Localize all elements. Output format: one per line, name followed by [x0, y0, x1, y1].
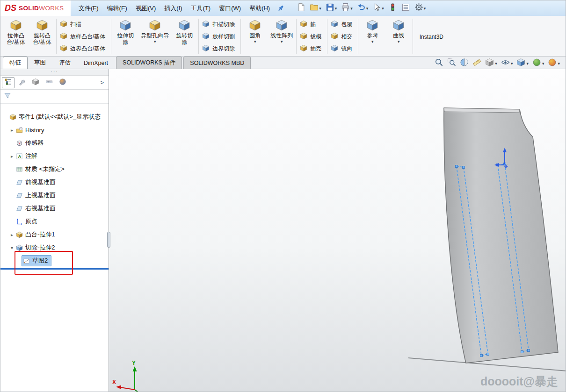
boss-extrude-icon [10, 18, 22, 32]
quicktool-undo[interactable]: ▾ [356, 2, 370, 14]
headsup-scene-button[interactable]: ▾ [548, 58, 560, 69]
tree-item-part-root[interactable]: 零件1 (默认<<默认>_显示状态 [0, 110, 109, 123]
panel-drag-strip[interactable]: ··· [0, 69, 109, 76]
headsup-zoom-area-button[interactable] [447, 58, 456, 69]
panel-tab-feature-manager[interactable] [2, 77, 15, 88]
ribbon-loft-cut-button[interactable]: 放样切割 [200, 31, 239, 43]
display-manager-icon [59, 78, 66, 87]
quicktool-settings[interactable]: ▾ [413, 2, 428, 14]
tree-item-material[interactable]: 材质 <未指定> [0, 163, 109, 176]
titlebar: DS SOLIDWORKS 文件(F)编辑(E)视图(V)插入(I)工具(T)窗… [0, 0, 566, 16]
tree-item-sensors[interactable]: 传感器 [0, 136, 109, 150]
tree-item-annotations[interactable]: ▸A注解 [0, 150, 109, 163]
ribbon-linear-pattern-button[interactable]: 线性阵列▾ [268, 17, 295, 55]
quicktool-save[interactable]: ▾ [324, 2, 339, 14]
ribbon-shell-button[interactable]: 抽壳 [298, 43, 326, 55]
open-icon [310, 3, 319, 14]
tab-dimxpert[interactable]: DimXpert [77, 57, 115, 69]
tree-item-origin[interactable]: 原点 [0, 215, 109, 228]
tree-item-front-plane[interactable]: 前视基准面 [0, 176, 109, 189]
ribbon-group-0: 拉伸凸台/基体旋转凸台/基体 [3, 17, 55, 56]
headsup-section-view-button[interactable] [460, 58, 469, 69]
boss-extrude-feature-icon [16, 231, 23, 238]
ribbon-mirror-button[interactable]: 镜向 [329, 43, 356, 55]
headsup-display-style-button[interactable]: ▾ [485, 58, 497, 69]
property-manager-icon [18, 78, 26, 87]
ribbon-boundary-boss-button[interactable]: 边界凸台/基体 [58, 43, 109, 55]
menu-window[interactable]: 窗口(W) [215, 0, 245, 16]
menu-file[interactable]: 文件(F) [74, 0, 103, 16]
tab-evaluate[interactable]: 评估 [52, 57, 77, 69]
headsup-measure-button[interactable] [472, 58, 481, 69]
feature-manager-icon [5, 78, 12, 87]
history-folder-icon [16, 127, 23, 134]
quicktool-new-file[interactable] [295, 2, 307, 14]
ribbon-draft-button[interactable]: 拔模 [298, 31, 326, 43]
ribbon-reference-geometry-button[interactable]: 参考▾ [360, 17, 385, 55]
tree-item-top-plane[interactable]: 上视基准面 [0, 189, 109, 202]
menu-insert[interactable]: 插入(I) [160, 0, 186, 16]
ribbon-sweep-boss-button[interactable]: 扫描 [58, 19, 86, 30]
tab-sw-addins[interactable]: SOLIDWORKS 插件 [116, 57, 182, 69]
ribbon-revolve-boss-button[interactable]: 旋转凸台/基体 [29, 17, 55, 55]
expand-arrow-icon[interactable]: ▸ [9, 232, 15, 237]
ribbon-group-3: 扫描切除放样切割边界切除 [200, 17, 239, 56]
menu-help[interactable]: 帮助(H) [245, 0, 274, 16]
ribbon-wrap-button[interactable]: 包覆 [329, 19, 356, 30]
quicktool-open[interactable]: ▾ [308, 2, 323, 14]
ribbon-group-separator [296, 19, 297, 54]
headsup-zoom-fit-button[interactable] [435, 58, 443, 69]
pushpin-icon[interactable] [277, 4, 285, 12]
ribbon-cut-extrude-button[interactable]: 拉伸切除 [113, 17, 138, 55]
caret-down-icon: ▾ [382, 6, 384, 11]
graphics-area[interactable]: Y X dooooit@暴走 [109, 69, 566, 392]
expand-arrow-icon[interactable]: ▸ [9, 154, 15, 159]
menu-edit[interactable]: 编辑(E) [103, 0, 131, 16]
ribbon-instant3d-button[interactable]: Instant3D [414, 17, 448, 55]
ribbon-group-5: 筋拔模抽壳 [298, 17, 326, 56]
model-body[interactable] [444, 108, 558, 363]
ribbon-hole-wizard-button[interactable]: 异型孔向导▾ [139, 17, 171, 55]
panel-tab-configuration-manager[interactable] [29, 77, 42, 88]
quicktool-print[interactable]: ▾ [340, 2, 354, 14]
tree-item-history[interactable]: ▸History [0, 123, 109, 136]
tab-features[interactable]: 特征 [3, 57, 28, 69]
ribbon-curves-button[interactable]: 曲线▾ [386, 17, 411, 55]
loft-cut-icon [202, 32, 210, 42]
filter-row[interactable] [0, 90, 109, 104]
quick-access-toolbar: ▾▾▾▾▾▾ [295, 2, 427, 14]
ribbon-loft-boss-button[interactable]: 放样凸台/基体 [58, 31, 109, 43]
tree-item-sketch2[interactable]: 草图2 [0, 254, 109, 267]
ribbon-boundary-cut-button[interactable]: 边界切除 [200, 43, 239, 55]
tab-sw-mbd[interactable]: SOLIDWORKS MBD [183, 57, 251, 69]
tab-sketch[interactable]: 草图 [28, 57, 52, 69]
ribbon-intersect-button[interactable]: 相交 [329, 31, 356, 43]
tree-item-boss-extrude1[interactable]: ▸凸台-拉伸1 [0, 228, 109, 241]
quicktool-rebuild[interactable] [387, 2, 399, 14]
zoom-area-icon [447, 58, 456, 69]
tree-item-right-plane[interactable]: 右视基准面 [0, 202, 109, 215]
ribbon-rib-button[interactable]: 筋 [298, 19, 320, 30]
panel-tab-dimxpert-manager[interactable] [43, 77, 55, 88]
menu-tools[interactable]: 工具(T) [187, 0, 215, 16]
ribbon-revolve-cut-button[interactable]: 旋转切除 [172, 17, 197, 55]
panel-expand-chevron[interactable]: > [100, 79, 107, 86]
tree-item-cut-extrude2[interactable]: ▾切除-拉伸2 [0, 241, 109, 254]
ribbon-group-6: 包覆相交镜向 [329, 17, 356, 56]
panel-tab-property-manager[interactable] [15, 77, 28, 88]
quicktool-select[interactable]: ▾ [371, 2, 385, 14]
expand-arrow-icon[interactable]: ▾ [9, 245, 15, 250]
menu-view[interactable]: 视图(V) [131, 0, 160, 16]
panel-tab-display-manager[interactable] [56, 77, 69, 88]
quicktool-options-list[interactable] [400, 2, 412, 14]
expand-arrow-icon[interactable]: ▸ [9, 128, 15, 133]
rollback-bar[interactable] [0, 268, 109, 270]
intersect-icon [331, 32, 338, 42]
panel-splitter-handle[interactable] [107, 232, 110, 248]
headsup-appearance-button[interactable]: ▾ [532, 58, 544, 69]
ribbon-boss-extrude-button[interactable]: 拉伸凸台/基体 [3, 17, 29, 55]
ribbon-fillet-button[interactable]: 圆角▾ [242, 17, 268, 55]
ribbon-sweep-cut-button[interactable]: 扫描切除 [200, 19, 239, 30]
headsup-view-orientation-button[interactable]: ▾ [516, 58, 529, 69]
headsup-hide-show-items-button[interactable]: ▾ [501, 58, 513, 69]
